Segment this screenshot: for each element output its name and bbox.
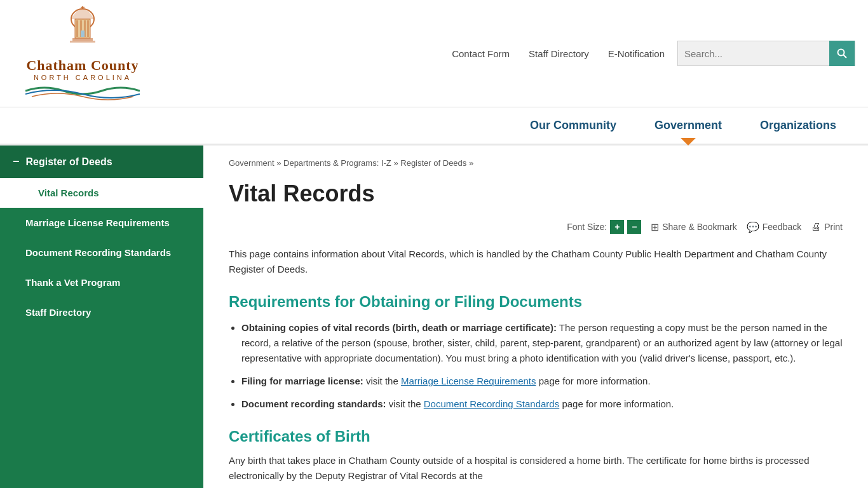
svg-rect-4: [76, 20, 78, 37]
minus-icon: −: [13, 155, 20, 168]
sidebar: − Register of Deeds Vital Records Marria…: [0, 146, 203, 488]
share-bookmark-link[interactable]: Share & Bookmark: [662, 222, 737, 232]
breadcrumb: Government » Departments & Programs: I-Z…: [229, 158, 843, 168]
bullet2-text2: page for more information.: [539, 376, 651, 386]
sidebar-item-marriage-license[interactable]: Marriage License Requirements: [0, 208, 203, 238]
nav-organizations[interactable]: Organizations: [741, 107, 855, 144]
svg-line-12: [844, 55, 847, 58]
print-icon: 🖨: [811, 221, 821, 233]
breadcrumb-sep2: »: [393, 158, 400, 168]
section1-heading: Requirements for Obtaining or Filing Doc…: [229, 293, 843, 311]
main-content: Government » Departments & Programs: I-Z…: [203, 146, 868, 488]
search-bar: [677, 41, 855, 66]
page-layout: − Register of Deeds Vital Records Marria…: [0, 146, 868, 488]
feedback-icon: 💬: [747, 221, 759, 233]
breadcrumb-sep1: »: [276, 158, 283, 168]
marriage-license-link[interactable]: Marriage License Requirements: [401, 376, 536, 386]
search-input[interactable]: [678, 48, 829, 59]
bullet3-text: visit the: [389, 398, 424, 409]
breadcrumb-register-of-deeds[interactable]: Register of Deeds: [400, 158, 466, 168]
top-navigation: Contact Form Staff Directory E-Notificat…: [216, 41, 855, 66]
contact-form-link[interactable]: Contact Form: [452, 48, 510, 59]
bullet1-bold: Obtaining copies of vital records (birth…: [241, 322, 557, 333]
main-navigation: Our Community Government Organizations: [0, 107, 868, 146]
font-increase-button[interactable]: +: [610, 220, 624, 234]
print-group: 🖨 Print: [811, 221, 843, 233]
bullet3-bold: Document recording standards:: [241, 398, 386, 409]
breadcrumb-departments[interactable]: Departments & Programs: I-Z: [283, 158, 391, 168]
svg-rect-10: [81, 30, 85, 37]
section2-heading: Certificates of Birth: [229, 428, 843, 445]
requirements-list: Obtaining copies of vital records (birth…: [241, 320, 843, 412]
e-notification-link[interactable]: E-Notification: [608, 48, 665, 59]
sidebar-item-document-recording[interactable]: Document Recording Standards: [0, 238, 203, 268]
breadcrumb-government[interactable]: Government: [229, 158, 275, 168]
nav-government[interactable]: Government: [635, 107, 741, 144]
search-button[interactable]: [829, 41, 855, 66]
logo-area: Chatham County NORTH CAROLINA: [13, 6, 216, 100]
bullet3-text2: page for more information.: [562, 398, 674, 409]
sidebar-parent-item[interactable]: − Register of Deeds: [0, 146, 203, 178]
document-recording-link[interactable]: Document Recording Standards: [424, 398, 559, 409]
svg-rect-7: [87, 20, 89, 37]
bullet2-text: visit the: [366, 376, 401, 386]
sidebar-item-vital-records[interactable]: Vital Records: [0, 178, 203, 208]
sidebar-item-thank-a-vet[interactable]: Thank a Vet Program: [0, 268, 203, 297]
share-icon: ⊞: [651, 221, 659, 233]
cert-text: Any birth that takes place in Chatham Co…: [229, 453, 843, 484]
list-item-document-recording: Document recording standards: visit the …: [241, 396, 843, 412]
print-link[interactable]: Print: [824, 222, 843, 232]
svg-rect-9: [70, 41, 95, 43]
list-item-vital-records: Obtaining copies of vital records (birth…: [241, 320, 843, 366]
logo-nc: NORTH CAROLINA: [34, 74, 132, 81]
breadcrumb-sep3: »: [469, 158, 473, 168]
svg-point-11: [838, 50, 844, 56]
logo-wave-icon: [25, 81, 140, 100]
logo[interactable]: Chatham County NORTH CAROLINA: [13, 6, 153, 100]
feedback-group: 💬 Feedback: [747, 221, 801, 233]
font-size-group: Font Size: + −: [567, 220, 641, 234]
font-decrease-button[interactable]: −: [627, 220, 641, 234]
font-size-label: Font Size:: [567, 222, 607, 232]
site-header: Chatham County NORTH CAROLINA Contact Fo…: [0, 0, 868, 107]
share-bookmark-group: ⊞ Share & Bookmark: [651, 221, 737, 233]
feedback-link[interactable]: Feedback: [763, 222, 801, 232]
svg-rect-8: [72, 38, 93, 41]
staff-directory-link[interactable]: Staff Directory: [529, 48, 589, 59]
logo-chatham: Chatham County: [26, 57, 139, 74]
search-icon: [837, 48, 847, 58]
main-nav-items: Our Community Government Organizations: [511, 107, 855, 144]
top-nav-links: Contact Form Staff Directory E-Notificat…: [452, 48, 665, 59]
intro-text: This page contains information about Vit…: [229, 247, 843, 277]
list-item-marriage-license: Filing for marriage license: visit the M…: [241, 374, 843, 389]
bullet2-bold: Filing for marriage license:: [241, 376, 363, 386]
content-toolbar: Font Size: + − ⊞ Share & Bookmark 💬 Feed…: [229, 220, 843, 234]
page-title: Vital Records: [229, 180, 843, 207]
sidebar-item-staff-directory[interactable]: Staff Directory: [0, 297, 203, 327]
logo-building-icon: [57, 6, 108, 57]
nav-our-community[interactable]: Our Community: [511, 107, 635, 144]
sidebar-parent-label: Register of Deeds: [26, 156, 112, 168]
